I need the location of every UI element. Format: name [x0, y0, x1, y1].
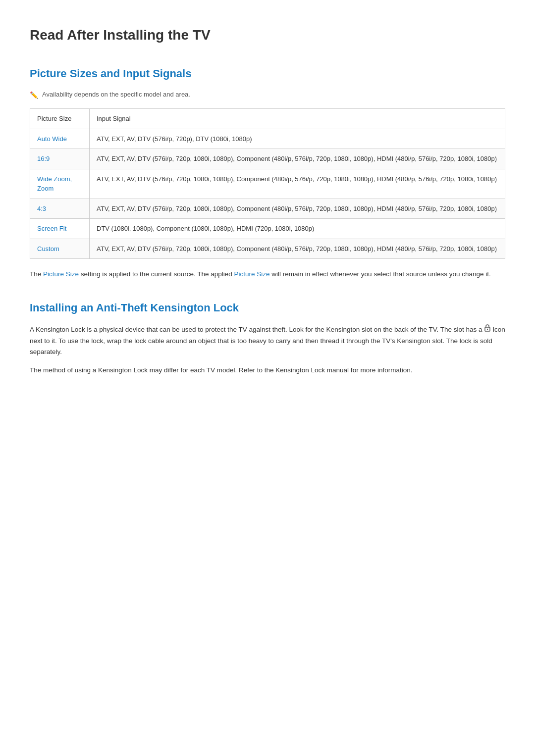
kensington-body2: The method of using a Kensington Lock ma… — [30, 365, 505, 376]
picture-sizes-section: Picture Sizes and Input Signals ✏️ Avail… — [30, 65, 505, 280]
table-row: Auto WideATV, EXT, AV, DTV (576i/p, 720p… — [30, 129, 505, 149]
col-header-input-signal: Input Signal — [90, 109, 505, 129]
table-row: 16:9ATV, EXT, AV, DTV (576i/p, 720p, 108… — [30, 149, 505, 169]
pencil-icon: ✏️ — [30, 90, 38, 101]
table-row: 4:3ATV, EXT, AV, DTV (576i/p, 720p, 1080… — [30, 199, 505, 219]
picture-size-link: 4:3 — [37, 205, 46, 212]
input-signal-cell: DTV (1080i, 1080p), Component (1080i, 10… — [90, 219, 505, 239]
picture-size-inline-link1: Picture Size — [43, 270, 79, 278]
input-signal-cell: ATV, EXT, AV, DTV (576i/p, 720p, 1080i, … — [90, 149, 505, 169]
picture-size-link: Custom — [37, 245, 59, 252]
input-signal-cell: ATV, EXT, AV, DTV (576i/p, 720p), DTV (1… — [90, 129, 505, 149]
picture-size-cell: 16:9 — [30, 149, 90, 169]
picture-size-link: Screen Fit — [37, 225, 66, 232]
picture-sizes-title: Picture Sizes and Input Signals — [30, 65, 505, 82]
svg-point-1 — [487, 328, 488, 329]
input-signal-cell: ATV, EXT, AV, DTV (576i/p, 720p, 1080i, … — [90, 199, 505, 219]
picture-size-cell: 4:3 — [30, 199, 90, 219]
table-row: Wide Zoom, ZoomATV, EXT, AV, DTV (576i/p… — [30, 169, 505, 199]
picture-size-cell: Screen Fit — [30, 219, 90, 239]
lock-icon — [484, 324, 491, 336]
picture-size-inline-link2: Picture Size — [234, 270, 270, 278]
page-title: Read After Installing the TV — [30, 20, 505, 46]
picture-size-table: Picture Size Input Signal Auto WideATV, … — [30, 108, 505, 259]
availability-note-text: Availability depends on the specific mod… — [42, 90, 190, 100]
picture-size-link: 16:9 — [37, 155, 50, 162]
kensington-body1: A Kensington Lock is a physical device t… — [30, 324, 505, 358]
input-signal-cell: ATV, EXT, AV, DTV (576i/p, 720p, 1080i, … — [90, 169, 505, 199]
kensington-section: Installing an Anti-Theft Kensington Lock… — [30, 300, 505, 377]
applied-note: The Picture Size setting is applied to t… — [30, 269, 505, 280]
picture-size-link: Wide Zoom, Zoom — [37, 175, 72, 193]
table-row: Screen FitDTV (1080i, 1080p), Component … — [30, 219, 505, 239]
picture-size-cell: Auto Wide — [30, 129, 90, 149]
table-header-row: Picture Size Input Signal — [30, 109, 505, 129]
availability-note-row: ✏️ Availability depends on the specific … — [30, 90, 505, 101]
picture-size-cell: Custom — [30, 239, 90, 259]
kensington-title: Installing an Anti-Theft Kensington Lock — [30, 300, 505, 316]
picture-size-link: Auto Wide — [37, 135, 67, 143]
picture-size-cell: Wide Zoom, Zoom — [30, 169, 90, 199]
col-header-picture-size: Picture Size — [30, 109, 90, 129]
table-row: CustomATV, EXT, AV, DTV (576i/p, 720p, 1… — [30, 239, 505, 259]
input-signal-cell: ATV, EXT, AV, DTV (576i/p, 720p, 1080i, … — [90, 239, 505, 259]
